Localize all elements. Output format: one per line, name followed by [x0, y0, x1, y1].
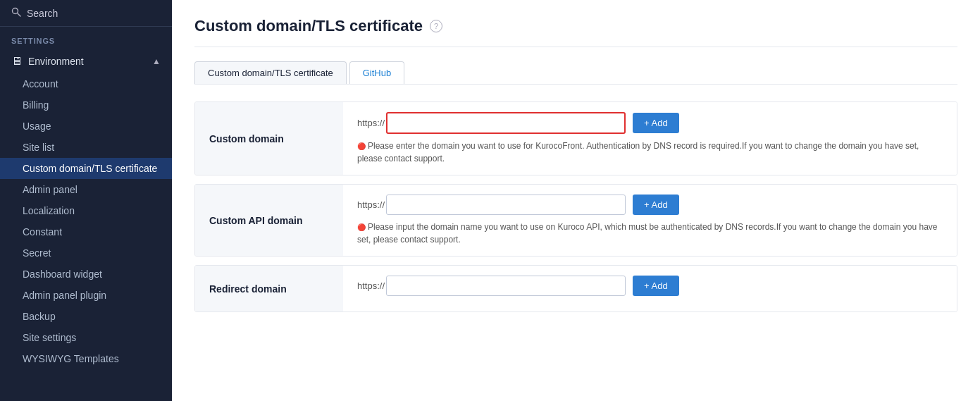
redirect-domain-row-input-row: https://+ Add	[357, 276, 943, 296]
warning-icon: 🔴	[357, 223, 366, 231]
redirect-domain-row-add-button[interactable]: + Add	[633, 276, 679, 296]
tabs-bar: Custom domain/TLS certificateGitHub	[194, 61, 957, 85]
custom-api-domain-row-hint: 🔴Please input the domain name you want t…	[357, 221, 943, 246]
custom-api-domain-row-add-button[interactable]: + Add	[633, 195, 679, 215]
settings-section-label: SETTINGS	[0, 27, 172, 49]
custom-domain-row-add-button[interactable]: + Add	[633, 113, 679, 133]
custom-api-domain-row-content: https://+ Add🔴Please input the domain na…	[343, 185, 957, 256]
redirect-domain-row-content: https://+ Add	[343, 266, 957, 311]
page-title-row: Custom domain/TLS certificate ?	[194, 17, 957, 47]
custom-api-domain-row-input[interactable]	[386, 195, 626, 215]
sidebar-item-dashboard-widget[interactable]: Dashboard widget	[0, 264, 172, 285]
sidebar-item-wysiwyg-templates[interactable]: WYSIWYG Templates	[0, 348, 172, 369]
sidebar-item-constant[interactable]: Constant	[0, 221, 172, 242]
environment-group-header[interactable]: 🖥 Environment ▲	[0, 49, 172, 73]
sidebar-item-usage[interactable]: Usage	[0, 116, 172, 137]
custom-domain-row-label: Custom domain	[195, 102, 343, 175]
svg-line-1	[18, 13, 21, 17]
warning-icon: 🔴	[357, 142, 366, 150]
sidebar-item-admin-panel[interactable]: Admin panel	[0, 179, 172, 200]
help-icon[interactable]: ?	[430, 20, 442, 32]
custom-domain-row-hint: 🔴Please enter the domain you want to use…	[357, 140, 943, 165]
redirect-domain-row-label: Redirect domain	[195, 266, 343, 311]
sidebar-item-account[interactable]: Account	[0, 73, 172, 94]
sidebar: Search SETTINGS 🖥 Environment ▲ AccountB…	[0, 0, 172, 401]
custom-domain-row: Custom domainhttps://+ Add🔴Please enter …	[194, 101, 957, 175]
search-bar[interactable]: Search	[0, 0, 172, 27]
chevron-up-icon: ▲	[152, 56, 161, 66]
page-title: Custom domain/TLS certificate	[194, 17, 423, 35]
redirect-domain-row: Redirect domainhttps://+ Add	[194, 265, 957, 312]
custom-api-domain-row-label: Custom API domain	[195, 185, 343, 256]
custom-api-domain-row-prefix: https://	[357, 199, 385, 210]
search-label: Search	[27, 8, 58, 19]
redirect-domain-row-input[interactable]	[386, 276, 626, 296]
tab-custom-domain-tab[interactable]: Custom domain/TLS certificate	[194, 61, 347, 84]
domain-rows: Custom domainhttps://+ Add🔴Please enter …	[194, 101, 957, 312]
sidebar-item-secret[interactable]: Secret	[0, 242, 172, 264]
custom-domain-row-input[interactable]	[386, 112, 626, 134]
sidebar-items: AccountBillingUsageSite listCustom domai…	[0, 73, 172, 369]
custom-domain-row-content: https://+ Add🔴Please enter the domain yo…	[343, 102, 957, 175]
redirect-domain-row-prefix: https://	[357, 280, 385, 291]
environment-icon: 🖥	[11, 55, 23, 68]
custom-domain-row-input-row: https://+ Add	[357, 112, 943, 134]
environment-label: Environment	[28, 56, 84, 67]
custom-domain-row-prefix: https://	[357, 118, 385, 128]
search-icon	[11, 7, 21, 19]
sidebar-item-site-settings[interactable]: Site settings	[0, 327, 172, 348]
sidebar-item-localization[interactable]: Localization	[0, 200, 172, 221]
tab-github-tab[interactable]: GitHub	[349, 61, 404, 84]
sidebar-item-backup[interactable]: Backup	[0, 306, 172, 327]
main-content: Custom domain/TLS certificate ? Custom d…	[172, 0, 980, 401]
sidebar-item-billing[interactable]: Billing	[0, 94, 172, 116]
sidebar-item-admin-panel-plugin[interactable]: Admin panel plugin	[0, 285, 172, 306]
custom-api-domain-row-input-row: https://+ Add	[357, 195, 943, 215]
custom-api-domain-row: Custom API domainhttps://+ Add🔴Please in…	[194, 184, 957, 257]
sidebar-item-site-list[interactable]: Site list	[0, 137, 172, 158]
sidebar-item-custom-domain[interactable]: Custom domain/TLS certificate	[0, 158, 172, 179]
